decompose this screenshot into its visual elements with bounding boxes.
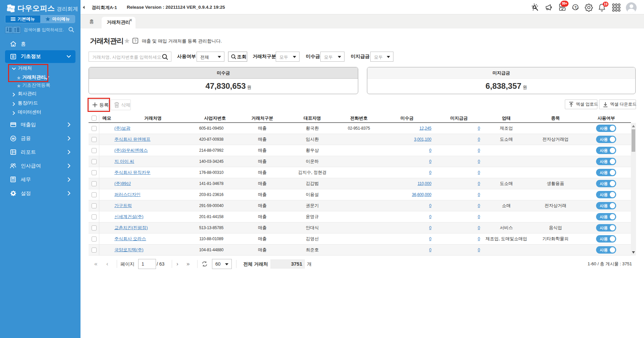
svg-text:W: W <box>12 137 15 140</box>
svg-text:?: ? <box>574 5 577 9</box>
svg-text:?: ? <box>134 39 136 43</box>
